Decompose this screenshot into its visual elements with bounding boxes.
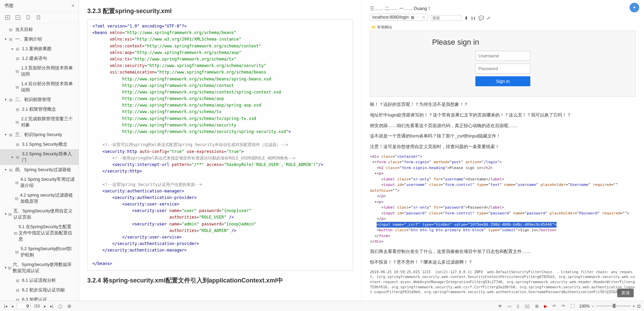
play-icon[interactable]: ▶ [543,304,548,309]
fit-icon[interactable]: ⊡ [637,304,641,309]
username-field[interactable] [475,51,530,61]
bookmark-bar[interactable]: 📁 常用网址 [370,24,636,31]
continuous-icon[interactable]: ⊞ [67,304,72,309]
view-grid-icon[interactable]: ⊞ [534,304,540,309]
view-single-icon[interactable]: ▭ [507,304,512,309]
zoom-label: 100% [579,304,590,309]
toc-item[interactable]: ▾▤四、Spring Security过滤器链 [0,165,79,175]
toc-item[interactable]: ▤3.1 Spring Security概念 [0,140,79,149]
toc-item[interactable]: ▾▤六、SpringSecurity使用数据库数据完成认证 [0,260,79,276]
zoom-in-icon[interactable]: + [633,304,635,309]
library-icon[interactable]: ⫿⫿ [471,15,476,21]
password-field[interactable] [475,64,530,74]
browser-tabs: 三…… 二…… 一…… Duang！ [370,3,636,14]
toc-item[interactable]: ▾▤一、案例介绍 [0,34,79,44]
view-double-icon[interactable]: ▯▯ [524,304,531,309]
scroll-top-button[interactable]: 第顶 [617,289,634,297]
toc-item[interactable]: ▤1.2 建表语句 [0,54,79,63]
toc-item[interactable]: ▤1.4 后台部分所用技术简单说明 [0,79,79,95]
toc-item[interactable]: ▸▤1.1 案例效果图 [0,44,79,54]
last-page-icon[interactable]: ▸| [49,304,54,309]
chat-icon[interactable]: 💬 [478,15,484,21]
page-total: /33 [33,304,41,309]
page-right: 三…… 二…… 一…… Duang！ localhost:8080/login … [362,0,644,301]
body-text: 稍安勿躁……咱们先看看这个页面源代码，真正惊心动魄的还在后面呢…… [370,122,636,130]
fullscreen-icon[interactable]: ⛶ [569,304,576,309]
section-heading-323: 3.2.3 配置spring-security.xml [87,7,353,15]
search-input[interactable] [431,15,462,21]
toc-item[interactable]: ▤2.1 权限管理概念 [0,104,79,114]
address-bar[interactable]: localhost:8080/login ▦ ⋯ ☆ [370,14,428,21]
body-text: 惊不惊喜！？意不意外！？哪来这么多过滤器啊！？ [370,259,636,266]
toc-item[interactable]: ▸▤3.2 Spring Security简单入门 [0,149,79,165]
toc-item[interactable]: ▤4.1 Spring Security常用过滤器介绍 [0,175,79,190]
devtools-source: <div class="container"> ▾<form class="fo… [370,154,636,245]
body-text: 地址栏中login处理器谁写的！？这个带有歪果仁文字的页面哪来的！？这么丑！？我… [370,112,636,119]
console-log: 2019-06-25 10:59:25,815 1215 [on(2)-127.… [370,269,636,295]
toc-item[interactable]: ▤6.1 认证流程分析 [0,276,79,285]
body-text: 这不就是一个普通的form表单吗？除了那个_csrf的input隐藏文件！ [370,133,636,140]
rotate-left-icon[interactable]: ↶ [552,304,557,309]
collapse-icon[interactable] [15,15,21,20]
bookmarks-sidebar: 书签 × ▤当天目标▾▤一、案例介绍▸▤1.1 案例效果图▤1.2 建表语句▤1… [0,0,79,311]
view-page-icon[interactable]: ▯ [516,304,520,309]
close-icon[interactable]: × [71,3,75,9]
status-bar: |◂ ◂ /33 ▸ ▸| ▢ ⊞ 👁 ▭ ▯ ▯▯ ⊞ ▶ ↶ ↷ ⛶ 100… [0,301,644,311]
toc-item[interactable]: ▤5.2 SpringSecurity的csrf防护机制 [0,244,79,260]
toc-item[interactable]: ▾▤二、初识权限管理 [0,95,79,104]
expand-icon[interactable]: ⤢ [487,15,490,21]
assistant-button[interactable]: ✦ [630,3,639,12]
zoom-slider[interactable] [596,306,631,307]
page-left: 3.2.3 配置spring-security.xml <?xml versio… [79,0,362,301]
sidebar-toolbar [0,12,79,23]
url-text: localhost:8080/login [372,15,409,20]
next-page-icon[interactable]: ▸ [43,304,47,309]
first-page-icon[interactable]: |◂ [3,304,8,309]
rotate-right-icon[interactable]: ↷ [561,304,566,309]
body-text: 我们再去看看控制台发生了什么，这里我偷偷在项目中加了日志包和配置文件…… [370,248,636,255]
toc-item[interactable]: ▤4.2 spring security过滤器链加载原理 [0,190,79,206]
single-page-icon[interactable]: ▢ [57,304,63,309]
signin-button[interactable]: Sign in [475,76,530,86]
bookmark-icon[interactable] [25,15,31,20]
toc-item[interactable]: ▤5.1 在SpringSecurity主配置文件中指定认证页面配置信息 [0,222,79,244]
toc-item[interactable]: ▤当天目标 [0,25,79,34]
login-form: Please sign in Sign in [370,31,636,97]
sidebar-title: 书签 [4,3,14,9]
section-heading-324: 3.2.4 将spring-security.xml配置文件引入到applica… [87,276,353,285]
zoom-out-icon[interactable]: − [592,304,594,309]
expand-icon[interactable] [5,15,10,20]
login-heading: Please sign in [432,38,479,47]
eye-icon[interactable]: 👁 [497,304,503,309]
xml-code-block: <?xml version="1.0" encoding="UTF-8"?> <… [87,19,353,271]
body-text: 唉！？说好的首页呢！？为何生活不是我想象！？ [370,101,636,108]
body-text: 注意！这可是你想使用自定义页面时，排查问题的一条重要线索！ [370,143,636,151]
toc-item[interactable]: ▤2.2 完成权限管理需要三个对象 [0,114,79,130]
more-icon[interactable]: ⋯ [416,15,420,20]
star-icon[interactable]: ☆ [422,15,426,20]
prev-page-icon[interactable]: ◂ [11,304,14,309]
toc-item[interactable]: ▤1.3 页面部分所用技术简单说明 [0,63,79,79]
bookmark-ribbon-icon[interactable] [36,15,41,20]
toc-tree: ▤当天目标▾▤一、案例介绍▸▤1.1 案例效果图▤1.2 建表语句▤1.3 页面… [0,23,79,311]
qr-icon[interactable]: ▦ [411,15,414,20]
toc-item[interactable]: ▾▤三、初识Spring Security [0,130,79,140]
download-icon[interactable]: ⬇ [464,15,468,21]
toc-item[interactable]: ▾▤五、SpringSecurity使用自定义认证页面 [0,206,79,222]
page-input[interactable] [17,303,31,309]
toc-item[interactable]: ▤6.2 初步实现认证功能 [0,285,79,295]
